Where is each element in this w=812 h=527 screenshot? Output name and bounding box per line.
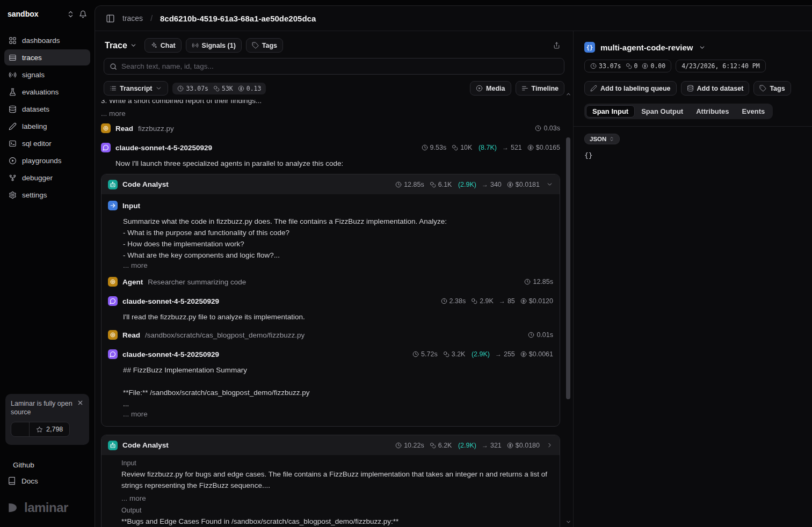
search-box	[104, 58, 564, 75]
chevron-down-icon[interactable]	[699, 44, 706, 51]
agent-span-name: Code Analyst	[122, 441, 169, 449]
sidebar-item-debugger[interactable]: debugger	[4, 170, 90, 186]
expand-more-link[interactable]: ... more	[121, 491, 553, 503]
span-name: claude-sonnet-4-5-20250929	[122, 297, 219, 305]
sidebar-item-label: signals	[22, 71, 45, 79]
span-row[interactable]: AgentResearcher summarizing code12.85s	[108, 272, 553, 291]
sidebar-item-label: traces	[22, 54, 42, 62]
span-row[interactable]: claude-sonnet-4-5-202509292.38s2.9K→85$0…	[108, 291, 553, 311]
add-to-labeling-queue-button[interactable]: Add to labeling queue	[584, 81, 677, 96]
chat-button-label: Chat	[161, 42, 176, 49]
sidebar-item-signals[interactable]: signals	[4, 67, 90, 83]
model-icon	[108, 349, 118, 359]
transcript-view-button[interactable]: Transcript	[104, 81, 168, 96]
sidebar-item-label: playgrounds	[22, 157, 62, 165]
agent-span-header[interactable]: Code Analyst10.22s6.2K (2.9K)→321$0.0180	[102, 435, 560, 455]
close-icon[interactable]	[77, 399, 84, 406]
chat-button[interactable]: Chat	[144, 38, 182, 53]
sidebar-toggle-icon[interactable]	[106, 14, 115, 23]
signals-button[interactable]: Signals (1)	[186, 38, 242, 53]
tab-span-output[interactable]: Span Output	[635, 105, 690, 118]
sidebar-item-label: sql editor	[22, 140, 52, 148]
sidebar-item-labeling[interactable]: labeling	[4, 118, 90, 134]
scrollbar-thumb[interactable]	[566, 137, 570, 399]
media-button[interactable]: Media	[470, 81, 511, 96]
section-label: Output	[121, 507, 553, 514]
expand-more-link[interactable]: ... more	[101, 106, 560, 119]
chevron-down-icon[interactable]	[546, 181, 553, 188]
span-row[interactable]: Input	[108, 196, 553, 215]
tokens-icon	[471, 298, 477, 304]
sidebar-item-label: evaluations	[22, 88, 59, 96]
span-body-text: Summarize what the code in fizzbuzz.py d…	[123, 216, 553, 269]
share-button[interactable]	[550, 38, 563, 53]
span-input-json: {}	[584, 151, 801, 159]
view-selector-label: Trace	[105, 41, 127, 50]
sidebar-item-label: settings	[22, 191, 47, 199]
span-row[interactable]: claude-sonnet-4-5-202509295.72s3.2K (2.9…	[108, 345, 553, 364]
notifications-bell-icon[interactable]	[79, 10, 87, 18]
breadcrumb-section[interactable]: traces	[122, 14, 143, 23]
timeline-button-label: Timeline	[532, 85, 559, 92]
trace-stats-pill: 33.07s 53K 0.13	[172, 83, 266, 94]
star-icon	[36, 426, 43, 433]
sidebar-item-evaluations[interactable]: evaluations	[4, 84, 90, 100]
chevron-down-icon	[130, 42, 137, 49]
clock-icon	[441, 298, 447, 304]
expand-more-link[interactable]: ... more	[123, 409, 553, 418]
tokens-icon	[452, 144, 458, 151]
workspace-switcher[interactable]: sandbox	[0, 10, 95, 18]
trace-transcript: 3. Write a short combined report of thei…	[95, 100, 573, 527]
sidebar-item-traces[interactable]: traces	[4, 49, 90, 65]
play-icon	[9, 157, 17, 165]
sidebar-item-dashboards[interactable]: dashboards	[4, 32, 90, 48]
scroll-down-icon[interactable]	[565, 519, 572, 525]
timeline-button[interactable]: Timeline	[516, 81, 564, 96]
span-row[interactable]: Readfizzbuzz.py0.03s	[101, 119, 560, 138]
star-count: 2,798	[46, 426, 63, 433]
github-icon	[11, 422, 30, 436]
scroll-up-icon[interactable]	[565, 91, 572, 97]
workspace-name: sandbox	[8, 10, 39, 18]
add-to-dataset-button[interactable]: Add to dataset	[681, 81, 750, 96]
clipped-text-line: 3. Write a short combined report of thei…	[101, 100, 560, 106]
cost-icon	[238, 85, 244, 92]
format-selector[interactable]: JSON	[584, 134, 620, 144]
branch-icon	[9, 174, 17, 182]
span-tags-button[interactable]: Tags	[753, 81, 791, 96]
span-detail-tabs: Span InputSpan OutputAttributesEvents	[584, 104, 773, 119]
sidebar-item-sql-editor[interactable]: sql editor	[4, 135, 90, 151]
tags-button[interactable]: Tags	[246, 38, 283, 53]
tokens-icon	[430, 442, 436, 449]
media-button-label: Media	[486, 85, 505, 92]
chevron-right-icon[interactable]	[546, 442, 553, 449]
scrollbar[interactable]	[565, 91, 572, 525]
transcript-label: Transcript	[120, 85, 152, 92]
section-text: Review fizzbuzz.py for bugs and edge cas…	[121, 469, 551, 491]
span-row[interactable]: claude-sonnet-4-5-202509299.53s10K (8.7K…	[101, 138, 560, 157]
span-row[interactable]: Read/sandbox/scratch/cas_blogpost_demo/f…	[108, 325, 553, 345]
tab-attributes[interactable]: Attributes	[690, 105, 735, 118]
sidebar-item-datasets[interactable]: datasets	[4, 101, 90, 117]
robot-icon	[108, 441, 118, 450]
tag-icon	[252, 42, 259, 49]
span-detail-panel: {} multi-agent-code-review 33.07s 0 0.00…	[573, 31, 812, 527]
agent-span-header[interactable]: Code Analyst12.85s6.1K (2.9K)→340$0.0181	[102, 174, 560, 194]
view-selector[interactable]: Trace	[105, 41, 137, 50]
span-body-text: Now I'll launch three specialized agents…	[115, 158, 560, 169]
sidebar: sandbox dashboardstracessignalsevaluatio…	[0, 0, 95, 527]
sidebar-item-playgrounds[interactable]: playgrounds	[4, 152, 90, 169]
sidebar-item-settings[interactable]: settings	[4, 187, 90, 203]
terminal-icon	[9, 140, 17, 148]
github-link[interactable]: Github	[8, 461, 87, 469]
docs-link[interactable]: Docs	[8, 477, 87, 485]
clock-icon	[535, 125, 541, 131]
sidebar-bottom: Laminar is fully open source 2,798 Githu…	[0, 394, 95, 517]
expand-more-link[interactable]: ... more	[123, 261, 553, 269]
tab-span-input[interactable]: Span Input	[586, 105, 635, 118]
tab-events[interactable]: Events	[736, 105, 772, 118]
signals-button-label: Signals (1)	[202, 42, 236, 49]
workspace-chevrons-icon[interactable]	[67, 10, 75, 18]
github-star-button[interactable]: 2,798	[11, 422, 70, 437]
search-input[interactable]	[121, 62, 559, 70]
